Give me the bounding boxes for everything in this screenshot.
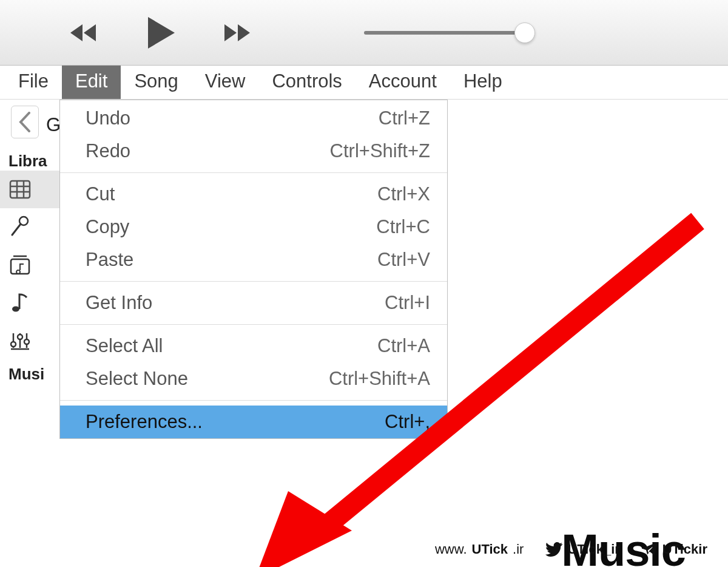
watermark-telegram: UTickir — [642, 542, 707, 557]
svg-point-9 — [12, 307, 19, 312]
menu-item-select-none[interactable]: Select NoneCtrl+Shift+A — [60, 362, 447, 395]
menu-separator — [60, 281, 447, 282]
sidebar-heading-playlists: Musi — [0, 359, 61, 384]
edit-dropdown-menu: UndoCtrl+Z RedoCtrl+Shift+Z CutCtrl+X Co… — [59, 100, 448, 439]
next-button[interactable] — [216, 21, 254, 45]
menu-account[interactable]: Account — [356, 66, 450, 99]
sidebar-item-genres[interactable] — [0, 321, 61, 359]
play-button[interactable] — [141, 13, 180, 52]
menu-item-cut[interactable]: CutCtrl+X — [60, 178, 447, 211]
menu-separator — [60, 324, 447, 325]
sidebar-item-grid[interactable] — [0, 171, 61, 208]
menu-item-redo[interactable]: RedoCtrl+Shift+Z — [60, 135, 447, 168]
svg-line-6 — [12, 224, 21, 235]
sliders-icon — [8, 328, 32, 351]
menu-item-preferences[interactable]: Preferences...Ctrl+, — [60, 406, 447, 438]
svg-point-14 — [18, 334, 22, 339]
menu-item-copy[interactable]: CopyCtrl+C — [60, 211, 447, 243]
svg-rect-0 — [10, 181, 30, 198]
menu-file[interactable]: File — [5, 66, 62, 99]
back-button[interactable] — [11, 106, 39, 138]
menu-song[interactable]: Song — [121, 66, 191, 99]
sidebar-item-albums[interactable] — [0, 246, 61, 284]
sidebar-heading-library: Libra — [0, 152, 61, 171]
menu-edit[interactable]: Edit — [62, 66, 121, 99]
volume-thumb[interactable] — [514, 22, 535, 43]
menu-bar: File Edit Song View Controls Account Hel… — [0, 66, 728, 100]
watermark-bar: www.UTick.ir UTick_ir UTickir — [0, 542, 728, 557]
svg-point-15 — [24, 339, 29, 344]
svg-point-13 — [11, 342, 16, 347]
menu-item-paste[interactable]: PasteCtrl+V — [60, 243, 447, 276]
telegram-icon — [642, 542, 658, 557]
grid-icon — [8, 178, 32, 201]
player-toolbar — [0, 0, 728, 66]
playback-controls — [67, 13, 254, 52]
previous-button[interactable] — [67, 21, 104, 45]
watermark-twitter: UTick_ir — [545, 542, 619, 557]
menu-view[interactable]: View — [192, 66, 259, 99]
volume-slider[interactable] — [364, 31, 528, 35]
box-music-icon — [8, 253, 32, 276]
sidebar: Libra Musi — [0, 152, 61, 384]
menu-separator — [60, 172, 447, 173]
menu-help[interactable]: Help — [450, 66, 516, 99]
menu-item-get-info[interactable]: Get InfoCtrl+I — [60, 287, 447, 319]
mic-icon — [8, 216, 32, 239]
twitter-icon — [545, 542, 562, 557]
sidebar-item-artists[interactable] — [0, 208, 61, 246]
menu-item-select-all[interactable]: Select AllCtrl+A — [60, 330, 447, 362]
watermark-site: www.UTick.ir — [435, 542, 524, 557]
sidebar-item-songs[interactable] — [0, 284, 61, 321]
note-icon — [8, 291, 32, 314]
menu-item-undo[interactable]: UndoCtrl+Z — [60, 100, 447, 135]
menu-separator — [60, 400, 447, 401]
menu-controls[interactable]: Controls — [258, 66, 355, 99]
